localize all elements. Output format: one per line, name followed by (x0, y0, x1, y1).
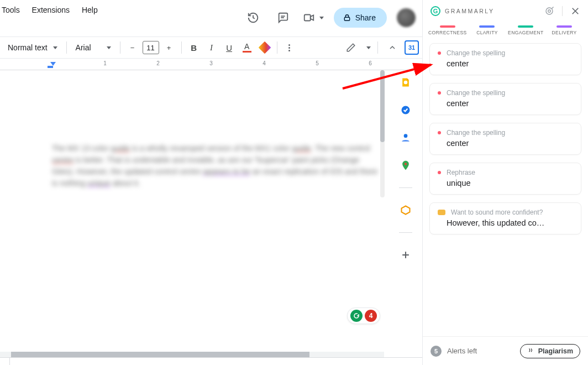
suggestion-text: unique (447, 179, 573, 187)
increase-font-button[interactable]: + (161, 40, 177, 55)
share-button[interactable]: Share (334, 8, 387, 28)
font-family-label: Arial (76, 43, 91, 52)
grammarly-footer: 5 Alerts left Plagiarism (423, 336, 588, 365)
svg-point-12 (546, 8, 553, 14)
tab-clarity[interactable]: CLARITY (469, 25, 506, 35)
separator (181, 41, 182, 54)
lock-icon (343, 13, 351, 22)
tab-engagement[interactable]: ENGAGEMENT (507, 25, 544, 35)
goals-icon[interactable] (544, 6, 554, 16)
google-side-panel (390, 70, 421, 260)
vertical-scrollbar[interactable] (380, 70, 385, 197)
close-icon[interactable] (570, 6, 580, 16)
alerts-count-badge: 5 (431, 346, 442, 357)
highlight-button[interactable] (257, 40, 272, 55)
menu-tools[interactable]: Tools (2, 6, 20, 14)
divider (562, 6, 563, 16)
first-line-indent-marker[interactable] (50, 62, 56, 66)
user-avatar[interactable] (397, 8, 416, 27)
meet-button[interactable] (303, 12, 324, 24)
suggestion-card[interactable]: Change the spelling center (429, 123, 581, 155)
caret-down-icon (107, 46, 111, 49)
plagiarism-label: Plagiarism (538, 347, 573, 355)
suggestion-text: center (447, 99, 573, 108)
add-addon-button[interactable] (400, 249, 411, 260)
document-page[interactable]: The MX 13 color guide is a wholly revamp… (0, 83, 384, 354)
caret-down-icon (319, 17, 324, 19)
tab-delivery[interactable]: DELIVERY (546, 25, 582, 35)
suggestion-list: Change the spelling center Change the sp… (423, 36, 588, 336)
menu-extensions[interactable]: Extensions (32, 6, 70, 14)
contacts-icon[interactable] (400, 132, 411, 143)
suggestion-card[interactable]: Rephrase unique (429, 163, 581, 195)
suggestion-text: However, this updated co… (447, 218, 573, 227)
scrollbar-thumb[interactable] (380, 70, 385, 142)
separator (277, 41, 277, 54)
caret-down-icon (53, 46, 57, 49)
more-options-button[interactable] (282, 40, 297, 55)
ruler-mark: 4 (262, 60, 266, 66)
history-icon[interactable] (243, 8, 263, 28)
severity-dot (438, 91, 441, 95)
tab-label: CLARITY (469, 30, 506, 35)
scrollbar-thumb[interactable] (11, 352, 309, 357)
text-color-button[interactable]: A (239, 40, 255, 55)
comments-icon[interactable] (273, 8, 293, 28)
ruler-divider (0, 70, 422, 70)
bold-button[interactable]: B (186, 40, 202, 55)
suggestion-card[interactable]: Change the spelling center (429, 43, 581, 75)
ruler-mark: 1 (103, 60, 107, 66)
calendar-icon[interactable]: 31 (405, 40, 419, 55)
italic-button[interactable]: I (204, 40, 219, 55)
plagiarism-button[interactable]: Plagiarism (520, 344, 580, 358)
tab-correctness[interactable]: CORRECTNESS (428, 25, 467, 35)
svg-point-8 (405, 163, 407, 165)
collapse-toolbar-button[interactable] (385, 40, 400, 55)
font-size-input[interactable]: 11 (143, 41, 159, 54)
svg-line-14 (552, 7, 554, 9)
underline-button[interactable]: U (222, 40, 237, 55)
addon-icon[interactable] (400, 205, 411, 216)
font-family-select[interactable]: Arial (71, 40, 116, 55)
editing-mode-button[interactable] (343, 40, 359, 55)
svg-point-7 (404, 134, 408, 138)
plagiarism-icon (527, 347, 535, 355)
formatting-toolbar: Normal text Arial − 11 + B I U A 31 (0, 36, 422, 59)
decrease-font-button[interactable]: − (125, 40, 140, 55)
grammarly-tabs: CORRECTNESS CLARITY ENGAGEMENT DELIVERY (423, 22, 588, 36)
grammarly-title: GRAMMARLY (445, 8, 494, 14)
ruler-mark: 5 (316, 60, 319, 66)
menu-help[interactable]: Help (82, 6, 98, 14)
ruler-mark: 6 (369, 60, 372, 66)
ruler-mark: 3 (209, 60, 213, 66)
suggestion-hint: Rephrase (447, 169, 475, 176)
suggestion-card[interactable]: Want to sound more confident? However, t… (429, 202, 581, 234)
suggestion-text: center (447, 139, 573, 148)
divider (399, 187, 412, 188)
status-bar (0, 357, 422, 365)
horizontal-scrollbar[interactable] (0, 352, 384, 357)
maps-icon[interactable] (400, 160, 411, 171)
caret-down-icon[interactable] (366, 46, 371, 49)
paragraph-style-select[interactable]: Normal text (3, 40, 62, 55)
separator (120, 41, 120, 54)
grammarly-floating-badge[interactable]: 4 (347, 307, 380, 324)
suggestion-hint: Change the spelling (447, 129, 505, 137)
alert-count-badge: 4 (365, 310, 377, 322)
svg-point-5 (404, 81, 408, 85)
svg-rect-2 (304, 15, 310, 21)
tasks-icon[interactable] (400, 105, 411, 116)
left-indent-marker[interactable] (48, 66, 53, 68)
keep-icon[interactable] (400, 77, 411, 88)
suggestion-text: center (447, 59, 573, 68)
tab-label: DELIVERY (546, 30, 582, 35)
suggestion-card[interactable]: Change the spelling center (429, 83, 581, 115)
separator (66, 41, 67, 54)
severity-dot (438, 51, 441, 55)
svg-point-13 (548, 10, 551, 13)
suggestion-hint: Want to sound more confident? (451, 208, 543, 216)
document-body-text[interactable]: The MX 13 color guide is a wholly revamp… (52, 143, 384, 189)
explore-tab[interactable] (0, 358, 10, 365)
ruler[interactable]: 1 2 3 4 5 6 (0, 59, 422, 70)
severity-dot (438, 171, 441, 174)
